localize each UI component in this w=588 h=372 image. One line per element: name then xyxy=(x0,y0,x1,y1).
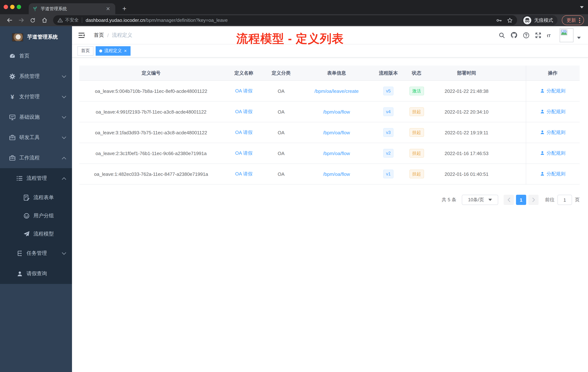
sidebar-item-label: 工作流程 xyxy=(19,155,40,161)
definition-name-link[interactable]: OA 请假 xyxy=(235,88,252,94)
tag-home[interactable]: 首页 xyxy=(77,46,94,55)
list-icon xyxy=(16,175,23,182)
sidebar-item-流程模型[interactable]: 流程模型 xyxy=(0,225,72,243)
tab-close-icon[interactable]: ✕ xyxy=(105,5,112,12)
form-info-link[interactable]: /bpm/oa/leave/create xyxy=(315,88,359,94)
prev-page-button[interactable] xyxy=(504,195,514,205)
cell-definition-id: oa_leave:3:1fad3d93-7b75-11ec-a3c8-acde4… xyxy=(95,130,207,135)
definition-name-link[interactable]: OA 请假 xyxy=(235,171,252,176)
sidebar-logo-row[interactable]: 芋道管理系统 xyxy=(0,26,72,44)
main-area: 首页 / 流程定义 tT 流程模型 - 定义列表 xyxy=(72,26,588,372)
cell-deploy-time: 2022-01-16 17:46:53 xyxy=(445,151,488,156)
sidebar-fold-icon[interactable] xyxy=(77,31,86,40)
sidebar-item-label: 基础设施 xyxy=(19,114,40,120)
font-size-icon[interactable]: tT xyxy=(547,32,554,38)
column-header-定义分类: 定义分类 xyxy=(265,70,297,76)
url-host: dashboard.yudao.iocoder.cn xyxy=(86,17,145,23)
assign-rule-link[interactable]: 分配规则 xyxy=(540,171,566,177)
form-info-link[interactable]: /bpm/oa/flow xyxy=(323,151,350,156)
sidebar-item-首页[interactable]: 首页 xyxy=(0,46,72,66)
assign-rule-link[interactable]: 分配规则 xyxy=(540,88,566,94)
chevron-down-icon xyxy=(62,252,66,255)
table-row: oa_leave:1:482ec033-762a-11ec-8477-a2380… xyxy=(79,164,580,185)
gear-icon xyxy=(9,73,16,80)
security-label: 不安全 xyxy=(65,17,79,23)
assign-rule-link[interactable]: 分配规则 xyxy=(540,109,566,115)
definition-name-link[interactable]: OA 请假 xyxy=(235,150,252,156)
cell-definition-id: oa_leave:1:482ec033-762a-11ec-8477-a2380… xyxy=(94,171,208,177)
tab-search-chevron-icon[interactable] xyxy=(580,6,584,8)
sidebar-item-研发工具[interactable]: 研发工具 xyxy=(0,127,72,148)
browser-toolbar: 不安全 dashboard.yudao.iocoder.cn /bpm/mana… xyxy=(0,14,588,26)
github-icon[interactable] xyxy=(511,32,517,39)
bookmark-star-icon[interactable] xyxy=(507,17,513,23)
goto-suffix: 页 xyxy=(575,197,580,203)
page-number-1[interactable]: 1 xyxy=(516,195,526,205)
sidebar-item-支付管理[interactable]: ¥支付管理 xyxy=(0,87,72,107)
help-question-icon[interactable] xyxy=(523,32,529,38)
sidebar-item-系统管理[interactable]: 系统管理 xyxy=(0,66,72,87)
page-size-select[interactable]: 10条/页 xyxy=(462,195,498,205)
sidebar-item-label: 研发工具 xyxy=(19,134,40,141)
window-close-button[interactable] xyxy=(4,5,8,9)
tag-process-definition[interactable]: 流程定义 × xyxy=(96,46,130,55)
select-caret-down-icon xyxy=(488,199,492,201)
sidebar-item-label: 系统管理 xyxy=(19,73,40,80)
reload-button[interactable] xyxy=(28,16,37,25)
goto-page-input[interactable] xyxy=(557,195,572,205)
definition-name-link[interactable]: OA 请假 xyxy=(235,130,252,135)
yen-icon: ¥ xyxy=(9,94,16,100)
cell-definition-id: oa_leave:2:3c1f0ef1-76b1-11ec-9c66-a2380… xyxy=(95,151,207,156)
password-key-icon[interactable] xyxy=(496,17,502,23)
url-path: /bpm/manager/definition?key=oa_leave xyxy=(145,17,228,23)
tag-active-dot xyxy=(99,49,102,52)
sidebar-item-工作流程[interactable]: 工作流程 xyxy=(0,148,72,168)
tag-label: 首页 xyxy=(81,48,90,54)
browser-update-button[interactable]: 更新 xyxy=(562,15,584,25)
cell-category: OA xyxy=(278,109,284,114)
sidebar-item-任务管理[interactable]: 任务管理 xyxy=(0,243,72,263)
window-zoom-button[interactable] xyxy=(17,5,21,9)
chevron-down-icon xyxy=(62,75,66,78)
forward-button[interactable] xyxy=(17,16,25,25)
sidebar-item-label: 用户分组 xyxy=(33,213,54,219)
form-info-link[interactable]: /bpm/oa/flow xyxy=(323,109,350,114)
user-avatar-broken-image[interactable] xyxy=(560,28,573,42)
browser-menu-dots-icon[interactable] xyxy=(579,17,580,23)
status-badge: 挂起 xyxy=(409,149,424,158)
definition-name-link[interactable]: OA 请假 xyxy=(235,109,252,114)
breadcrumb-home[interactable]: 首页 xyxy=(94,32,104,38)
form-icon xyxy=(23,194,30,201)
status-badge: 挂起 xyxy=(409,107,424,116)
fullscreen-icon[interactable] xyxy=(535,32,541,38)
tag-label: 流程定义 xyxy=(104,48,122,54)
sidebar-item-基础设施[interactable]: 基础设施 xyxy=(0,107,72,127)
svg-text:¥: ¥ xyxy=(11,94,14,100)
tab-favicon-plant-icon xyxy=(32,6,38,11)
security-warning-icon xyxy=(57,18,63,22)
assign-rule-link[interactable]: 分配规则 xyxy=(540,150,566,156)
form-info-link[interactable]: /bpm/oa/flow xyxy=(323,130,350,135)
next-page-button[interactable] xyxy=(528,195,538,205)
home-button[interactable] xyxy=(40,16,49,25)
avatar-caret-down-icon[interactable] xyxy=(577,37,581,39)
window-minimize-button[interactable] xyxy=(10,5,15,9)
user-icon xyxy=(16,271,23,277)
sidebar-item-流程管理[interactable]: 流程管理 xyxy=(0,168,72,188)
address-bar[interactable]: 不安全 dashboard.yudao.iocoder.cn /bpm/mana… xyxy=(53,15,517,25)
sidebar-item-流程表单[interactable]: 流程表单 xyxy=(0,188,72,207)
version-badge: v1 xyxy=(383,170,393,178)
browser-tab[interactable]: 芋道管理系统 ✕ xyxy=(29,3,115,14)
cell-category: OA xyxy=(278,88,284,94)
sidebar-item-label: 首页 xyxy=(19,53,30,59)
tag-close-icon[interactable]: × xyxy=(124,48,127,53)
form-info-link[interactable]: /bpm/oa/flow xyxy=(323,171,350,177)
pagination: 共 5 条 10条/页 1 前往 页 xyxy=(79,195,580,205)
assign-rule-link[interactable]: 分配规则 xyxy=(540,129,566,136)
column-header-状态: 状态 xyxy=(401,70,432,76)
back-button[interactable] xyxy=(5,16,14,25)
sidebar-item-请假查询[interactable]: 请假查询 xyxy=(0,263,72,284)
search-icon[interactable] xyxy=(499,32,505,38)
new-tab-button[interactable]: + xyxy=(119,4,129,14)
sidebar-item-用户分组[interactable]: 用户分组 xyxy=(0,207,72,225)
